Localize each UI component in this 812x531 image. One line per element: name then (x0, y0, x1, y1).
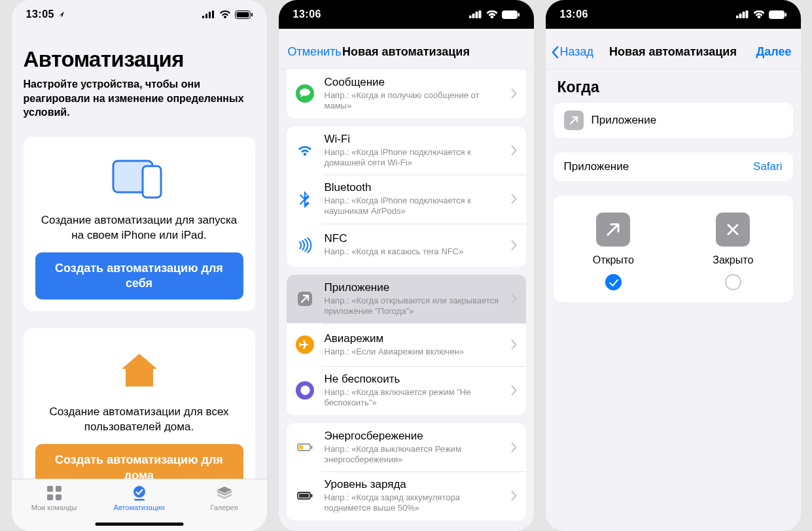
svg-rect-21 (518, 13, 520, 16)
choice-open[interactable]: Открыто (593, 213, 634, 290)
chevron-left-icon (551, 46, 559, 59)
page-subtitle: Настройте устройства, чтобы они реагиров… (24, 77, 246, 120)
battery-icon (235, 10, 253, 19)
phone-2-trigger-list: 13:06 Отменить Новая автоматизация Сообщ… (279, 0, 534, 531)
wifi-icon (753, 10, 765, 18)
trigger-subtitle: Напр.: «Когда заряд аккумулятора подниме… (325, 492, 502, 514)
trigger-subtitle: Напр.: «Если Авиарежим включен» (325, 347, 502, 357)
chevron-right-icon (511, 145, 517, 156)
svg-rect-30 (299, 494, 309, 498)
svg-rect-9 (47, 486, 53, 492)
chevron-right-icon (511, 339, 517, 350)
trigger-subtitle: Напр.: «Когда iPhone подключается к науш… (325, 196, 502, 217)
wifi-icon (294, 140, 315, 161)
location-icon (57, 10, 65, 18)
sheet-title: Новая автоматизация (342, 45, 470, 59)
trigger-subtitle: Напр.: «Когда iPhone подключается к дома… (325, 147, 502, 169)
trigger-battery[interactable]: Уровень зарядаНапр.: «Когда заряд аккуму… (287, 471, 526, 521)
svg-rect-37 (770, 12, 783, 17)
modal-sheet: Отменить Новая автоматизация СообщениеНа… (279, 35, 534, 531)
chevron-right-icon (511, 490, 517, 501)
app-picker-row[interactable]: Приложение Safari (554, 152, 793, 181)
choice-close-label: Закрыто (713, 254, 753, 266)
status-bar: 13:06 (546, 0, 801, 29)
choice-open-label: Открыто (593, 254, 634, 266)
bluetooth-icon (294, 188, 315, 209)
trigger-title: Энергосбережение (325, 430, 502, 443)
status-bar: 13:05 (12, 0, 267, 29)
svg-rect-5 (236, 12, 249, 17)
chevron-right-icon (511, 294, 517, 304)
radio-close[interactable] (725, 274, 741, 290)
page-title: Автоматизация (24, 47, 255, 72)
trigger-app[interactable]: ПриложениеНапр.: «Когда открывается или … (287, 275, 526, 324)
tab-bar: Мои команды Автоматизация Галерея (12, 479, 267, 531)
check-circle-icon (131, 485, 148, 502)
svg-rect-11 (47, 494, 53, 500)
svg-rect-32 (736, 16, 738, 18)
svg-rect-17 (476, 12, 478, 18)
svg-rect-10 (56, 486, 62, 492)
radio-open[interactable] (605, 274, 622, 290)
cellular-icon (469, 10, 482, 18)
trigger-subtitle: Напр.: «Когда открывается или закрываетс… (325, 296, 502, 317)
create-personal-button[interactable]: Создать автоматизацию для себя (35, 252, 243, 300)
open-icon (596, 213, 630, 247)
choice-close[interactable]: Закрыто (713, 213, 753, 290)
svg-rect-2 (209, 12, 211, 18)
dnd-icon (294, 380, 315, 401)
next-button[interactable]: Далее (756, 45, 791, 59)
svg-rect-33 (739, 14, 741, 18)
svg-rect-35 (746, 10, 748, 18)
back-button[interactable]: Назад (551, 45, 594, 59)
open-close-card: Открыто Закрыто (554, 196, 793, 302)
trigger-wifi[interactable]: Wi-FiНапр.: «Когда iPhone подключается к… (287, 126, 526, 175)
trigger-group: СообщениеНапр.: «Когда я получаю сообщен… (287, 69, 526, 118)
battery-icon (769, 10, 786, 19)
svg-rect-20 (503, 12, 516, 17)
cellular-icon (736, 10, 749, 18)
svg-rect-14 (134, 499, 145, 501)
trigger-title: Сообщение (325, 76, 502, 89)
svg-rect-27 (299, 445, 303, 449)
svg-rect-0 (202, 16, 204, 18)
grid-icon (46, 485, 63, 502)
trigger-nfc[interactable]: NFCНапр.: «Когда я касаюсь тега NFC» (287, 224, 526, 267)
trigger-lowpower[interactable]: ЭнергосбережениеНапр.: «Когда выключаетс… (287, 423, 526, 472)
section-when: Когда (557, 78, 789, 96)
trigger-message[interactable]: СообщениеНапр.: «Когда я получаю сообщен… (287, 69, 526, 118)
trigger-subtitle: Напр.: «Когда я получаю сообщение от мам… (325, 90, 502, 112)
trigger-group: Wi-FiНапр.: «Когда iPhone подключается к… (287, 126, 526, 267)
cancel-button[interactable]: Отменить (288, 45, 342, 59)
trigger-summary-label: Приложение (591, 114, 657, 127)
trigger-title: Wi-Fi (325, 133, 502, 146)
trigger-bluetooth[interactable]: BluetoothНапр.: «Когда iPhone подключает… (287, 175, 526, 224)
card-home-text: Создание автоматизации для всех пользова… (35, 405, 243, 435)
svg-rect-15 (469, 16, 471, 18)
chevron-right-icon (511, 194, 517, 204)
svg-rect-8 (143, 166, 161, 197)
close-icon (716, 213, 750, 247)
phone-3-app-trigger-config: 13:06 Назад Новая автоматизация Далее Ко… (546, 0, 801, 531)
tab-automation[interactable]: Автоматизация (97, 485, 181, 511)
status-time: 13:05 (26, 9, 54, 20)
tab-my-commands[interactable]: Мои команды (12, 485, 96, 511)
home-indicator (95, 522, 183, 526)
trigger-title: Уровень заряда (325, 478, 502, 491)
stack-icon (216, 485, 233, 502)
create-home-button[interactable]: Создать автоматизацию для дома (35, 444, 243, 479)
status-time: 13:06 (293, 9, 321, 20)
trigger-dnd[interactable]: Не беспокоитьНапр.: «Когда включается ре… (287, 366, 526, 415)
card-home: Создание автоматизации для всех пользова… (24, 328, 255, 479)
trigger-title: Авиарежим (325, 332, 502, 345)
sheet-nav: Назад Новая автоматизация Далее (546, 35, 801, 69)
tab-gallery[interactable]: Галерея (182, 485, 266, 511)
phone-1-automation-home: 13:05 Автоматизация Настройте устройства… (12, 0, 267, 531)
status-bar: 13:06 (279, 0, 534, 29)
svg-rect-34 (743, 12, 745, 18)
trigger-title: NFC (325, 232, 502, 245)
trigger-summary-row: Приложение (554, 103, 793, 138)
svg-rect-16 (472, 14, 474, 18)
svg-rect-6 (251, 13, 253, 16)
trigger-airplane[interactable]: АвиарежимНапр.: «Если Авиарежим включен» (287, 323, 526, 366)
